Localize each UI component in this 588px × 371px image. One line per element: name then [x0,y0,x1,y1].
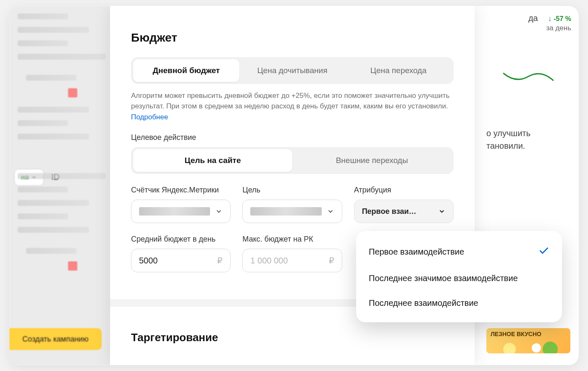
goal-value-blurred [250,207,321,216]
tab-site-goal[interactable]: Цель на сайте [133,149,292,172]
attribution-option-label: Первое взаимодействие [369,247,464,257]
chevron-down-icon [327,208,334,215]
counter-value-blurred [139,207,210,216]
attribution-option-last-significant[interactable]: Последнее значимое взаимодействие [356,266,562,291]
attribution-option-label: Последнее взаимодействие [369,298,478,308]
attribution-dropdown: Первое взаимодействие Последнее значимое… [356,231,562,322]
attribution-option-label: Последнее значимое взаимодействие [369,274,518,283]
avg-budget-label: Средний бюджет в день [131,235,231,244]
tab-daily-budget[interactable]: Дневной бюджет [133,59,239,82]
background-sidebar: на ID Создать кампанию [9,6,118,365]
tab-click-price[interactable]: Цена перехода [345,59,452,82]
chevron-down-icon [215,208,223,215]
create-campaign-button[interactable]: Создать кампанию [9,328,102,350]
arrow-down-icon: ↓ [548,14,552,23]
helper-text: Алгоритм может превысить дневной бюджет … [131,91,454,111]
target-action-label: Целевое действие [131,133,454,142]
attribution-option-first[interactable]: Первое взаимодействие [356,238,562,266]
counter-label: Счётчик Яндекс.Метрики [131,186,231,195]
currency-icon: ₽ [217,255,223,266]
bg-stat-delta: -57 % [554,15,571,22]
modal-title: Бюджет [131,31,454,45]
currency-icon: ₽ [329,255,334,266]
avg-budget-value: 5000 [139,256,158,266]
background-right-text: о улучшить тановили. [486,127,554,152]
target-action-tabs: Цель на сайте Внешние переходы [131,147,454,174]
bg-stat-sub: за день [496,24,571,32]
attribution-label: Атрибуция [354,186,454,195]
chevron-down-icon [438,208,446,215]
create-campaign-label: Создать кампанию [22,335,88,344]
background-banner: ЛЕЗНОЕ ВКУСНО [486,328,570,353]
check-icon [538,245,549,258]
banner-text: ЛЕЗНОЕ ВКУСНО [491,331,541,337]
goal-select[interactable] [242,200,342,223]
budget-type-tabs: Дневной бюджет Цена дочитывания Цена пер… [131,57,454,84]
max-budget-placeholder: 1 000 000 [250,256,288,266]
attribution-selected: Первое взаи… [362,207,417,216]
sparkline-icon [503,69,554,86]
targeting-title: Таргетирование [131,331,218,344]
background-stat: да ↓ -57 % за день [496,13,571,32]
avg-budget-input[interactable]: 5000 ₽ [131,249,231,272]
learn-more-link[interactable]: Подробнее [131,113,168,121]
counter-select[interactable] [131,200,231,223]
attribution-option-last[interactable]: Последнее взаимодействие [356,291,562,316]
tab-external-clicks[interactable]: Внешние переходы [292,149,452,172]
attribution-select[interactable]: Первое взаи… [354,200,454,223]
bg-stat-trailing: да [528,13,538,23]
tab-read-price[interactable]: Цена дочитывания [239,59,346,82]
max-budget-label: Макс. бюджет на РК [242,235,342,244]
max-budget-input[interactable]: 1 000 000 ₽ [242,249,342,272]
goal-label: Цель [242,186,342,195]
